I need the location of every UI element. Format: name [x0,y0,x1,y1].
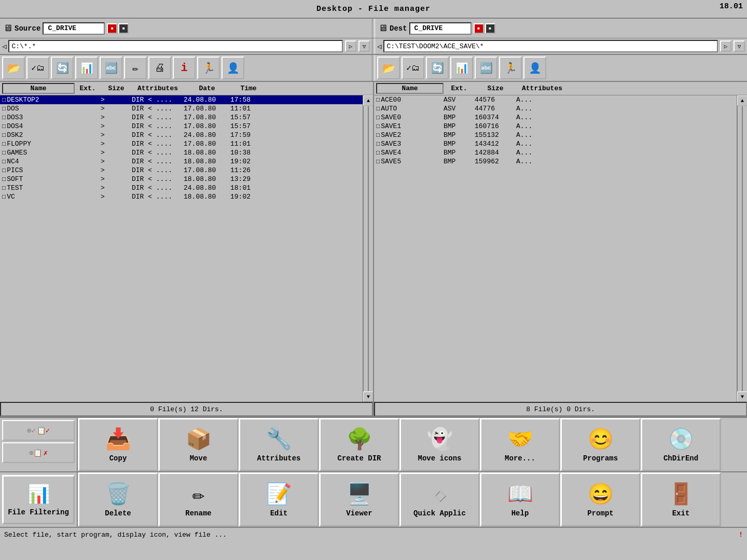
source-file-name: □DOS3 [2,114,75,121]
source-tool-extra[interactable]: 👤 [222,57,244,79]
source-tool-edit[interactable]: ✏️ [124,57,147,79]
dest-file-attr: A... [516,149,568,157]
source-file-row[interactable]: □FLOPPY > DIR < .... 17.08.80 11:01 [0,139,363,148]
programs-button[interactable]: 😊 Programs [560,418,641,471]
dest-tool-extra[interactable]: 👤 [523,57,546,79]
source-file-extra [267,158,282,165]
source-file-name: □DSK2 [2,131,75,139]
dest-file-row[interactable]: □SAVE3 BMP 143412 A... [374,139,737,148]
select-deselect-btn2[interactable]: ⊕📋 ✗ [2,442,75,463]
dest-file-row[interactable]: □AUTO ASV 44776 A... [374,104,737,113]
dest-file-extra [568,131,584,139]
source-file-type: DIR < .... [132,193,184,201]
filefiltering-button-container: 📊 File Filtering [0,472,78,527]
source-col-name[interactable]: Name [2,83,75,94]
dest-path-input[interactable] [383,40,718,52]
source-file-extra [267,122,282,130]
source-red-btn1[interactable]: ■ [107,23,117,34]
source-tool-select[interactable]: ✓🗂 [26,57,49,79]
more-label: More... [505,454,535,463]
source-file-time: 19:02 [230,193,267,201]
source-file-row[interactable]: □DSK2 > DIR < .... 24.08.80 17:59 [0,131,363,139]
dest-file-row[interactable]: □ACE00 ASV 44576 A... [374,95,737,104]
dest-path-panel: ◁ ▷ ▽ [375,38,747,54]
dest-scroll-up[interactable]: ▲ [737,95,747,106]
dest-tool-select[interactable]: ✓🗂 [402,57,424,79]
dest-file-row[interactable]: □SAVE4 BMP 142884 A... [374,148,737,157]
dest-red-btn1[interactable]: ■ [474,23,484,34]
edit-button[interactable]: 📝 Edit [239,472,319,527]
prompt-button[interactable]: 😄 Prompt [560,472,641,527]
source-panel-buttons[interactable]: ■ ■ [107,23,129,34]
dest-file-row[interactable]: □SAVE0 BMP 160374 A... [374,113,737,122]
source-tool-print[interactable]: 🖨 [148,57,171,79]
dest-file-row[interactable]: □SAVE1 BMP 160716 A... [374,122,737,131]
chdirend-button[interactable]: 💿 ChDirEnd [641,418,721,471]
filefiltering-button[interactable]: 📊 File Filtering [2,475,75,524]
dest-scroll-down[interactable]: ▼ [737,391,747,402]
dest-file-extra [568,158,584,165]
move-button[interactable]: 📦 Move [158,418,239,471]
source-file-date: 17.08.80 [184,105,230,113]
copy-icon: 📥 [105,427,131,452]
dest-tool-sort[interactable]: 🔤 [475,57,497,79]
source-file-row[interactable]: □DESKTOP2 > DIR < .... 24.08.80 17:58 [0,95,363,104]
dest-col-name[interactable]: Name [376,83,444,94]
help-button[interactable]: 📖 Help [480,472,560,527]
exit-button[interactable]: 🚪 Exit [641,472,721,527]
source-file-row[interactable]: □NC4 > DIR < .... 18.08.80 19:02 [0,157,363,166]
moveicons-button[interactable]: 👻 Move icons [399,418,480,471]
source-file-name: □DOS4 [2,122,75,130]
source-file-type: DIR < .... [132,158,184,165]
source-tool-sort[interactable]: 🔤 [100,57,122,79]
dest-file-row[interactable]: □SAVE2 BMP 155132 A... [374,131,737,139]
viewer-button[interactable]: 🖥️ Viewer [319,472,399,527]
copy-button[interactable]: 📥 Copy [78,418,158,471]
dest-tool-view[interactable]: 📊 [450,57,473,79]
quickapplic-button[interactable]: ◇ Quick Applic [399,472,480,527]
source-file-name: □FLOPPY [2,140,75,148]
dest-tool-run[interactable]: 🏃 [499,57,522,79]
dest-file-ext: ASV [444,96,475,104]
source-file-row[interactable]: □PICS > DIR < .... 17.08.80 11:26 [0,166,363,175]
source-file-ext [75,114,101,121]
more-button[interactable]: 🤝 More... [480,418,560,471]
source-file-row[interactable]: □GAMES > DIR < .... 18.08.80 10:38 [0,148,363,157]
source-file-name: □NC4 [2,158,75,165]
source-path-btn1[interactable]: ▷ [345,40,356,52]
dest-tool-open[interactable]: 📂 [377,57,400,79]
source-tool-info[interactable]: i [173,57,196,79]
source-file-row[interactable]: □DOS > DIR < .... 17.08.80 11:01 [0,104,363,113]
dest-path-btn1[interactable]: ▷ [720,40,731,52]
source-file-row[interactable]: □DOS3 > DIR < .... 17.08.80 15:57 [0,113,363,122]
source-path-input[interactable] [8,40,343,52]
source-file-ext [75,166,101,174]
dest-scrollbar: ▲ ▼ [737,95,747,402]
select-deselect-btn1[interactable]: ⊕✓ 📋✓ [2,420,75,441]
source-path-btn2[interactable]: ▽ [358,40,370,52]
source-file-extra [267,105,282,113]
source-file-row[interactable]: □DOS4 > DIR < .... 17.08.80 15:57 [0,122,363,131]
source-tool-view[interactable]: 📊 [75,57,98,79]
dest-path-btn2[interactable]: ▽ [734,40,745,52]
dest-file-row[interactable]: □SAVE5 BMP 159962 A... [374,157,737,166]
attributes-button[interactable]: 🔧 Attributes [239,418,319,471]
source-tool-refresh[interactable]: 🔄 [51,57,74,79]
createdir-button[interactable]: 🌳 Create DIR [319,418,399,471]
source-file-date: 18.08.80 [184,175,230,183]
edit-icon: 📝 [266,482,292,507]
dest-btn2[interactable]: ■ [485,23,495,34]
source-tool-open[interactable]: 📂 [2,57,25,79]
source-scroll-up[interactable]: ▲ [363,95,373,106]
source-btn2[interactable]: ■ [118,23,129,34]
source-file-row[interactable]: □SOFT > DIR < .... 18.08.80 13:29 [0,175,363,184]
dest-panel-buttons[interactable]: ■ ■ [474,23,495,34]
source-file-row[interactable]: □VC > DIR < .... 18.08.80 19:02 [0,192,363,201]
delete-button[interactable]: 🗑️ Delete [78,472,158,527]
source-file-row[interactable]: □TEST > DIR < .... 24.08.80 18:01 [0,184,363,192]
source-tool-run[interactable]: 🏃 [197,57,220,79]
rename-button[interactable]: ✏️ Rename [158,472,239,527]
dest-tool-refresh[interactable]: 🔄 [426,57,449,79]
source-file-extra [267,131,282,139]
source-scroll-down[interactable]: ▼ [363,391,373,402]
